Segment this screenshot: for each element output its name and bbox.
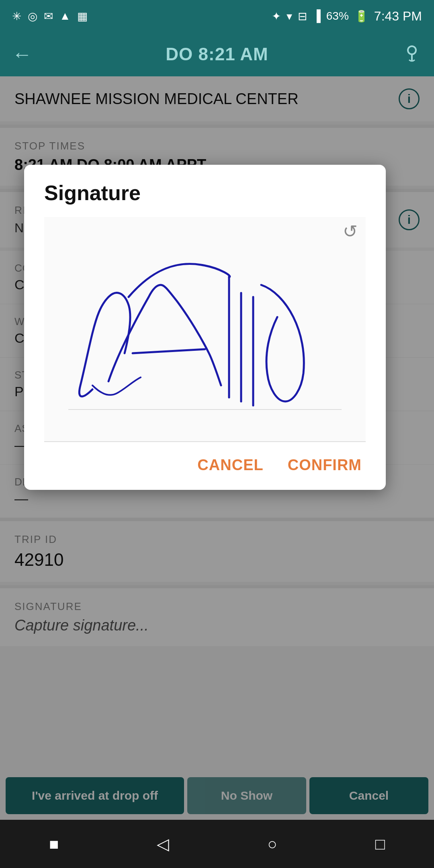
- signal-icon: ▐: [313, 10, 321, 23]
- wifi-icon: ▾: [287, 10, 292, 23]
- sim-icon: ⊟: [298, 10, 307, 23]
- bluetooth-icon: ✦: [272, 10, 281, 23]
- gmail-icon: ✉: [44, 10, 53, 23]
- nav-recent-icon[interactable]: □: [375, 835, 385, 853]
- nav-square-icon[interactable]: ■: [49, 835, 59, 853]
- undo-icon: ↺: [343, 221, 358, 241]
- nav-home-icon[interactable]: ○: [267, 835, 277, 853]
- cancel-button[interactable]: CANCEL: [197, 457, 263, 474]
- app-bar-title: DO 8:21 AM: [166, 44, 268, 64]
- battery-icon: 🔋: [354, 10, 368, 23]
- calendar-icon: ▦: [77, 10, 88, 23]
- status-bar: ✳ ◎ ✉ ▲ ▦ ✦ ▾ ⊟ ▐ 63% 🔋 7:43 PM: [0, 0, 434, 32]
- modal-actions: CANCEL CONFIRM: [44, 457, 366, 474]
- status-time: 7:43 PM: [374, 9, 422, 24]
- back-button[interactable]: ←: [12, 43, 32, 66]
- nav-back-icon[interactable]: ◁: [157, 835, 169, 853]
- nav-bar: ■ ◁ ○ □: [0, 820, 434, 868]
- status-icons-right: ✦ ▾ ⊟ ▐ 63% 🔋 7:43 PM: [272, 9, 422, 24]
- undo-button[interactable]: ↺: [343, 221, 358, 242]
- signature-modal: Signature ↺: [24, 165, 386, 490]
- drive-icon: ▲: [59, 10, 71, 23]
- svg-point-0: [408, 46, 416, 54]
- signature-drawing: [44, 217, 366, 441]
- slack-icon: ✳: [12, 10, 21, 23]
- signature-canvas[interactable]: ↺: [44, 217, 366, 442]
- confirm-button[interactable]: CONFIRM: [288, 457, 362, 474]
- status-icons-left: ✳ ◎ ✉ ▲ ▦: [12, 10, 88, 23]
- battery-pct: 63%: [326, 10, 349, 23]
- modal-title: Signature: [44, 181, 366, 205]
- content-area: SHAWNEE MISSION MEDICAL CENTER i STOP TI…: [0, 76, 434, 820]
- app-bar: ← DO 8:21 AM: [0, 32, 434, 76]
- map-icon[interactable]: [402, 42, 422, 66]
- location-icon: ◎: [28, 10, 37, 23]
